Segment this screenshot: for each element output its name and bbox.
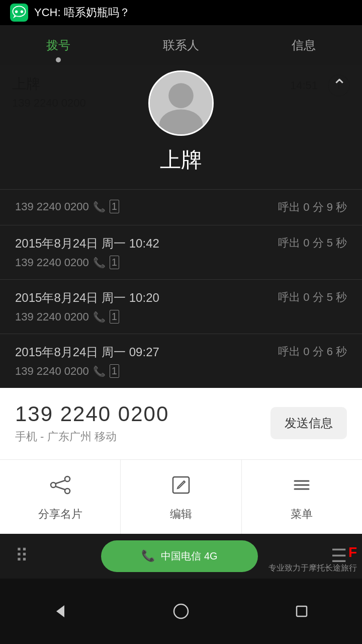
contact-avatar	[148, 70, 214, 136]
watermark-red-letter: F	[348, 544, 357, 560]
watermark-text: 专业致力于摩托长途旅行	[268, 564, 357, 572]
call-duration-1: 呼出 0 分 5 秒	[278, 290, 347, 305]
call-number-0: 139 2240 0200 📞 1	[15, 256, 159, 269]
voicemail-icon-2: 1	[110, 364, 119, 378]
phone-icon-0: 📞	[93, 257, 106, 269]
menu-button[interactable]: 菜单	[242, 460, 362, 534]
call-log-partial: 139 2240 0200 📞 1 呼出 0 分 9 秒	[0, 189, 362, 225]
phone-type-label: 手机 - 广东广州 移动	[15, 429, 169, 444]
call-number-1: 139 2240 0200 📞 1	[15, 310, 159, 324]
call-log-row-1[interactable]: 2015年8月24日 周一 10:20 139 2240 0200 📞 1 呼出…	[0, 279, 362, 334]
voicemail-icon-1: 1	[110, 310, 119, 324]
modal-contact-name: 上牌	[0, 136, 362, 189]
svg-rect-17	[297, 606, 307, 616]
status-bar: YCH: 唔系奶瓶吗？	[0, 0, 362, 25]
edit-label: 编辑	[170, 507, 192, 522]
home-button[interactable]	[161, 591, 201, 631]
svg-point-5	[51, 482, 56, 488]
edit-icon	[170, 474, 192, 501]
partial-duration: 呼出 0 分 9 秒	[278, 200, 347, 215]
share-card-label: 分享名片	[38, 507, 82, 522]
svg-point-7	[65, 489, 70, 494]
voicemail-icon-0: 1	[110, 256, 119, 269]
voicemail-icon-partial: 1	[110, 200, 119, 213]
android-nav-bar	[0, 579, 362, 644]
tab-contacts[interactable]: 联系人	[153, 32, 209, 58]
watermark: F 专业致力于摩托长途旅行	[268, 542, 357, 574]
phone-icon-1: 📞	[93, 311, 106, 323]
svg-point-1	[21, 11, 23, 13]
call-date-0: 2015年8月24日 周一 10:42	[15, 235, 159, 252]
call-date-1: 2015年8月24日 周一 10:20	[15, 290, 159, 306]
tab-bar: 拨号 联系人 信息	[0, 25, 362, 65]
edit-button[interactable]: 编辑	[121, 460, 241, 534]
svg-marker-15	[56, 605, 64, 617]
partial-number: 139 2240 0200 📞 1	[15, 200, 119, 213]
recents-button[interactable]	[282, 591, 322, 631]
svg-point-16	[174, 604, 188, 618]
call-number-2: 139 2240 0200 📞 1	[15, 364, 159, 378]
call-date-2: 2015年8月24日 周一 09:27	[15, 344, 159, 360]
menu-icon	[291, 474, 313, 501]
call-duration-2: 呼出 0 分 6 秒	[278, 344, 347, 359]
phone-number-block: 139 2240 0200 手机 - 广东广州 移动	[15, 402, 169, 444]
share-card-button[interactable]: 分享名片	[0, 460, 121, 534]
phone-icon-2: 📞	[93, 365, 106, 377]
send-message-button[interactable]: 发送信息	[270, 407, 347, 439]
phone-action-row: 139 2240 0200 手机 - 广东广州 移动 发送信息	[0, 388, 362, 454]
notification-text: YCH: 唔系奶瓶吗？	[34, 5, 352, 20]
svg-rect-10	[173, 477, 189, 493]
call-log-row-0[interactable]: 2015年8月24日 周一 10:42 139 2240 0200 📞 1 呼出…	[0, 225, 362, 279]
tab-messages[interactable]: 信息	[282, 32, 326, 58]
back-button[interactable]	[40, 591, 80, 631]
call-log-row-2[interactable]: 2015年8月24日 周一 09:27 139 2240 0200 📞 1 呼出…	[0, 334, 362, 388]
tab-dialpad[interactable]: 拨号	[36, 32, 80, 58]
svg-point-6	[65, 476, 70, 481]
action-icons-row: 分享名片 编辑	[0, 459, 362, 534]
collapse-button[interactable]: ⌃	[332, 75, 347, 97]
share-icon	[49, 474, 71, 501]
modal-dark-section: ⌃ 上牌 139 2240 0200 📞 1 呼出 0 分 9 秒 2015年8…	[0, 65, 362, 388]
phone-number-display: 139 2240 0200	[15, 402, 169, 426]
svg-line-8	[56, 480, 65, 484]
avatar-container: ⌃	[0, 65, 362, 136]
phone-icon-partial: 📞	[93, 201, 106, 213]
svg-point-0	[15, 11, 18, 13]
call-duration-0: 呼出 0 分 5 秒	[278, 235, 347, 251]
wechat-icon	[10, 4, 28, 22]
modal-white-section: 139 2240 0200 手机 - 广东广州 移动 发送信息 分享名片	[0, 388, 362, 534]
svg-point-3	[168, 83, 194, 108]
menu-label: 菜单	[291, 507, 313, 522]
svg-line-9	[56, 487, 65, 490]
